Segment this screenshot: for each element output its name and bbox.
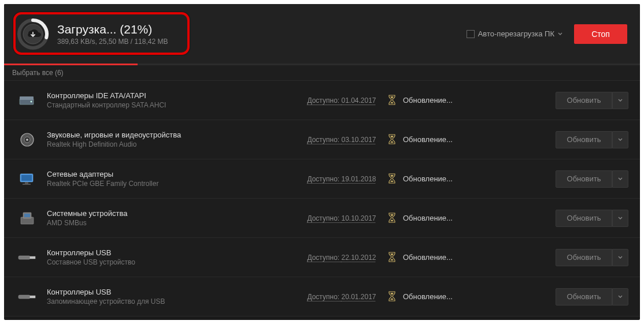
driver-name: AMD SMBus xyxy=(47,219,295,227)
available-date: Доступно: 03.10.2017 xyxy=(295,135,388,144)
download-details: 389,63 KB/s, 25,50 MB / 118,42 MB xyxy=(57,38,168,46)
driver-name: Запоминающее устройство для USB xyxy=(47,297,295,306)
update-button[interactable]: Обновить xyxy=(556,131,612,148)
status-text: Обновление... xyxy=(403,253,453,262)
available-date-link[interactable]: Доступно: 10.10.2017 xyxy=(307,214,376,222)
auto-restart-label: Авто-перезагрузка ПК xyxy=(478,29,554,38)
driver-text: Контроллеры USB Запоминающее устройство … xyxy=(47,288,295,306)
update-dropdown-button[interactable] xyxy=(612,92,628,109)
available-date-link[interactable]: Доступно: 01.04.2017 xyxy=(307,96,376,105)
driver-name: Составное USB устройство xyxy=(47,258,295,266)
status-cell: Обновление... xyxy=(388,252,504,263)
svg-rect-18 xyxy=(30,296,35,298)
update-dropdown-button[interactable] xyxy=(612,170,628,188)
device-icon xyxy=(16,94,39,107)
update-dropdown-button[interactable] xyxy=(612,210,628,227)
update-dropdown-button[interactable] xyxy=(612,131,628,148)
update-button[interactable]: Обновить xyxy=(556,210,612,227)
action-cell: Обновить xyxy=(556,170,628,188)
driver-text: Системные устройства AMD SMBus xyxy=(47,209,295,227)
auto-restart-checkbox[interactable]: Авто-перезагрузка ПК xyxy=(467,29,562,38)
available-date: Доступно: 19.01.2018 xyxy=(295,174,388,183)
svg-point-7 xyxy=(26,139,28,141)
driver-category: Системные устройства xyxy=(47,209,295,218)
update-button[interactable]: Обновить xyxy=(556,170,612,188)
status-cell: Обновление... xyxy=(388,134,504,146)
svg-rect-16 xyxy=(30,256,35,259)
status-cell: Обновление... xyxy=(388,95,504,106)
hourglass-icon xyxy=(388,95,397,106)
update-button[interactable]: Обновить xyxy=(556,288,612,306)
stop-button[interactable]: Стоп xyxy=(574,24,627,44)
action-cell: Обновить xyxy=(556,210,628,227)
update-button[interactable]: Обновить xyxy=(556,92,612,109)
chevron-down-icon xyxy=(558,32,562,36)
available-date: Доступно: 10.10.2017 xyxy=(295,214,388,222)
status-text: Обновление... xyxy=(403,174,453,183)
action-cell: Обновить xyxy=(556,288,628,306)
svg-rect-14 xyxy=(24,214,30,217)
driver-row[interactable]: Контроллеры USB Составное USB устройство… xyxy=(4,238,640,277)
available-date: Доступно: 20.01.2017 xyxy=(295,292,388,301)
hourglass-icon xyxy=(388,213,397,224)
status-text: Обновление... xyxy=(403,96,453,105)
driver-name: Realtek PCIe GBE Family Controller xyxy=(47,180,295,188)
header: Загрузка... (21%) 389,63 KB/s, 25,50 MB … xyxy=(4,4,640,64)
action-cell: Обновить xyxy=(556,131,628,148)
device-icon xyxy=(16,172,39,186)
driver-name: Realtek High Definition Audio xyxy=(47,140,295,148)
available-date-link[interactable]: Доступно: 20.01.2017 xyxy=(307,293,376,301)
device-icon xyxy=(16,293,39,301)
available-date-link[interactable]: Доступно: 19.01.2018 xyxy=(307,175,376,183)
svg-rect-15 xyxy=(18,256,30,259)
update-button[interactable]: Обновить xyxy=(556,249,612,266)
driver-text: Сетевые адаптеры Realtek PCIe GBE Family… xyxy=(47,170,295,188)
device-icon xyxy=(16,254,39,262)
status-cell: Обновление... xyxy=(388,173,504,185)
driver-row[interactable]: Контроллеры USB Запоминающее устройство … xyxy=(4,277,640,316)
device-icon xyxy=(16,132,39,148)
hourglass-icon xyxy=(388,291,397,303)
driver-row[interactable]: Сетевые адаптеры Realtek PCIe GBE Family… xyxy=(4,159,640,199)
status-cell: Обновление... xyxy=(388,213,504,224)
driver-text: Контроллеры IDE ATA/ATAPI Стандартный ко… xyxy=(47,91,295,109)
driver-category: Контроллеры USB xyxy=(47,288,295,296)
svg-rect-3 xyxy=(20,96,34,100)
driver-row[interactable]: Звуковые, игровые и видеоустройства Real… xyxy=(4,120,640,159)
hourglass-icon xyxy=(388,134,397,146)
svg-rect-17 xyxy=(18,295,30,299)
progress-bar xyxy=(4,64,640,65)
action-cell: Обновить xyxy=(556,92,628,109)
download-status-block: Загрузка... (21%) 389,63 KB/s, 25,50 MB … xyxy=(57,23,168,46)
svg-point-4 xyxy=(31,100,32,102)
driver-row[interactable]: Системные устройства AMD SMBus Доступно:… xyxy=(4,199,640,238)
driver-row[interactable]: Контроллеры IDE ATA/ATAPI Стандартный ко… xyxy=(4,81,640,120)
driver-category: Звуковые, игровые и видеоустройства xyxy=(47,131,295,139)
available-date-link[interactable]: Доступно: 22.10.2012 xyxy=(307,254,376,262)
available-date-link[interactable]: Доступно: 03.10.2017 xyxy=(307,136,376,144)
device-icon xyxy=(16,210,39,226)
svg-rect-11 xyxy=(23,184,31,185)
driver-category: Контроллеры IDE ATA/ATAPI xyxy=(47,91,295,100)
driver-text: Контроллеры USB Составное USB устройство xyxy=(47,248,295,266)
driver-category: Сетевые адаптеры xyxy=(47,170,295,178)
app-window: Загрузка... (21%) 389,63 KB/s, 25,50 MB … xyxy=(4,4,640,320)
svg-rect-10 xyxy=(25,182,28,184)
status-text: Обновление... xyxy=(403,214,453,222)
update-dropdown-button[interactable] xyxy=(612,288,628,306)
driver-name: Стандартный контроллер SATA AHCI xyxy=(47,101,295,109)
status-text: Обновление... xyxy=(403,135,453,144)
status-text: Обновление... xyxy=(403,292,453,301)
action-cell: Обновить xyxy=(556,249,628,266)
driver-category: Контроллеры USB xyxy=(47,248,295,257)
select-all-label: Выбрать все (6) xyxy=(12,69,64,77)
available-date: Доступно: 01.04.2017 xyxy=(295,96,388,105)
update-dropdown-button[interactable] xyxy=(612,249,628,266)
hourglass-icon xyxy=(388,252,397,263)
select-all-row[interactable]: Выбрать все (6) xyxy=(4,65,640,81)
available-date: Доступно: 22.10.2012 xyxy=(295,253,388,262)
status-cell: Обновление... xyxy=(388,291,504,303)
svg-rect-9 xyxy=(21,175,32,181)
progress-bar-fill xyxy=(4,64,138,65)
driver-text: Звуковые, игровые и видеоустройства Real… xyxy=(47,131,295,148)
